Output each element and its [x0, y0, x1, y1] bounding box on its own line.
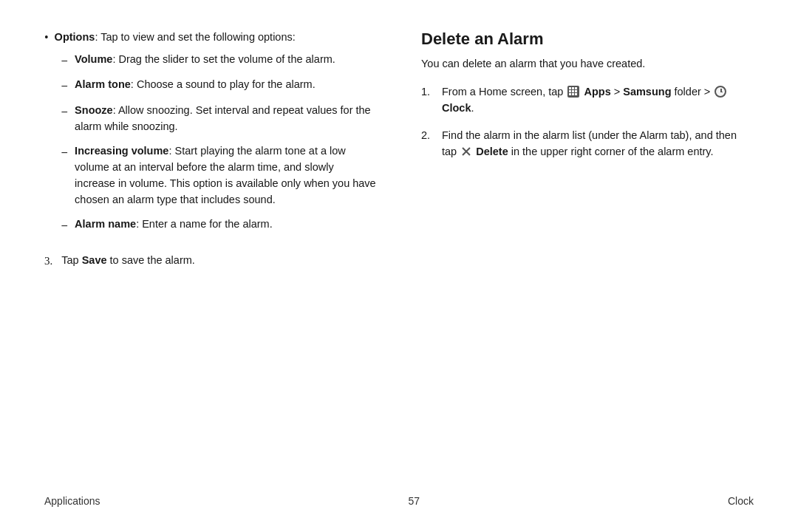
delete-x-icon [461, 146, 471, 157]
sub-item-volume: – Volume: Drag the slider to set the vol… [62, 52, 377, 69]
alarm-tone-label: Alarm tone [75, 78, 131, 90]
sub-list: – Volume: Drag the slider to set the vol… [62, 52, 377, 233]
step-2-paragraph: Find the alarm in the alarm list (under … [442, 128, 754, 160]
footer-applications: Applications [44, 495, 100, 507]
sub-item-increasing-volume: – Increasing volume: Start playing the a… [62, 143, 377, 208]
delete-step-2: 2. Find the alarm in the alarm list (und… [421, 128, 754, 160]
clock-icon [715, 86, 726, 98]
left-column: • Options: Tap to view and set the follo… [44, 22, 377, 488]
sub-item-alarm-name: – Alarm name: Enter a name for the alarm… [62, 216, 377, 233]
apps-icon [567, 86, 579, 98]
numbered-steps: 1. From a Home screen, tap Apps > Samsun… [421, 84, 754, 160]
bullet-dot: • [44, 31, 49, 242]
sub-dash-volume: – [62, 52, 68, 69]
sub-dash-increasing-volume: – [62, 143, 68, 208]
section-intro: You can delete an alarm that you have cr… [421, 56, 754, 72]
options-text: Options: Tap to view and set the followi… [55, 30, 377, 46]
section-title: Delete an Alarm [421, 30, 754, 49]
content-area: • Options: Tap to view and set the follo… [44, 22, 754, 488]
step-3-prefix: Tap [61, 254, 81, 266]
step-2-number: 2. [421, 128, 434, 160]
delete-text: Delete [476, 146, 508, 157]
sub-dash-alarm-tone: – [62, 77, 68, 94]
step-3: 3. Tap Save to save the alarm. [44, 253, 377, 270]
footer: Applications 57 Clock [44, 488, 754, 510]
increasing-volume-content: Increasing volume: Start playing the ala… [75, 143, 377, 208]
volume-label: Volume [75, 53, 112, 65]
alarm-tone-text: : Choose a sound to play for the alarm. [131, 78, 316, 90]
snooze-label: Snooze [75, 104, 113, 116]
save-label: Save [82, 254, 107, 266]
page: • Options: Tap to view and set the follo… [0, 0, 798, 532]
footer-clock: Clock [728, 495, 754, 507]
step-1-number: 1. [421, 84, 434, 117]
step-3-text: Tap Save to save the alarm. [61, 253, 195, 270]
snooze-content: Snooze: Allow snoozing. Set interval and… [75, 103, 377, 135]
step-1-text: From a Home screen, tap Apps > Samsung f… [442, 84, 754, 117]
step-3-suffix: to save the alarm. [107, 254, 195, 266]
samsung-text: Samsung [623, 86, 671, 98]
step-3-number: 3. [44, 253, 52, 270]
volume-content: Volume: Drag the slider to set the volum… [75, 52, 335, 69]
sub-dash-alarm-name: – [62, 216, 68, 233]
apps-text: Apps [584, 86, 610, 98]
step-2-text: Find the alarm in the alarm list (under … [442, 128, 754, 160]
footer-page-number: 57 [408, 495, 420, 507]
clock-text: Clock [442, 102, 471, 114]
sub-item-alarm-tone: – Alarm tone: Choose a sound to play for… [62, 77, 377, 94]
alarm-name-label: Alarm name [75, 218, 136, 230]
options-content: Options: Tap to view and set the followi… [55, 30, 377, 242]
volume-text: : Drag the slider to set the volume of t… [112, 53, 335, 65]
snooze-text: : Allow snoozing. Set interval and repea… [75, 104, 371, 132]
step-1-paragraph: From a Home screen, tap Apps > Samsung f… [442, 84, 754, 117]
options-suffix: : Tap to view and set the following opti… [95, 31, 295, 43]
sub-dash-snooze: – [62, 103, 68, 135]
right-column: Delete an Alarm You can delete an alarm … [421, 22, 754, 488]
alarm-tone-content: Alarm tone: Choose a sound to play for t… [75, 77, 316, 94]
sub-item-snooze: – Snooze: Allow snoozing. Set interval a… [62, 103, 377, 135]
alarm-name-content: Alarm name: Enter a name for the alarm. [75, 216, 273, 233]
increasing-volume-label: Increasing volume [75, 145, 168, 157]
alarm-name-text: : Enter a name for the alarm. [136, 218, 273, 230]
options-bullet: • Options: Tap to view and set the follo… [44, 30, 377, 242]
delete-step-1: 1. From a Home screen, tap Apps > Samsun… [421, 84, 754, 117]
options-label: Options [55, 31, 95, 43]
